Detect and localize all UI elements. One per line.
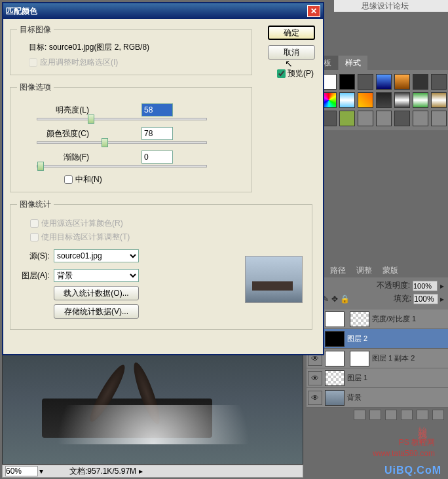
layer-mask-icon[interactable] bbox=[385, 410, 397, 420]
style-swatch[interactable] bbox=[339, 74, 355, 90]
source-select[interactable]: source01.jpg bbox=[54, 249, 139, 262]
visibility-icon[interactable]: 👁 bbox=[308, 391, 322, 405]
link-layers-icon[interactable] bbox=[354, 410, 365, 420]
layer-list: 👁 亮度/对比度 1 👁 图层 2 👁 图层 1 副本 2 👁 图层 1 👁 背… bbox=[307, 310, 448, 408]
layer-row[interactable]: 👁 背景 bbox=[307, 388, 448, 408]
tab-masks[interactable]: 蒙版 bbox=[377, 263, 403, 277]
save-stats-button[interactable]: 存储统计数据(V)... bbox=[54, 304, 139, 319]
layer-thumb[interactable] bbox=[325, 370, 345, 386]
layer-name: 图层 2 bbox=[347, 334, 367, 344]
intensity-input[interactable] bbox=[141, 127, 173, 140]
style-swatch[interactable] bbox=[431, 74, 447, 90]
style-swatch[interactable] bbox=[394, 111, 410, 126]
style-swatch[interactable] bbox=[413, 74, 428, 90]
ignore-selection-checkbox bbox=[29, 58, 37, 67]
style-swatch[interactable] bbox=[339, 92, 355, 108]
header-bar: 思缘设计论坛 bbox=[334, 0, 448, 12]
luminance-input[interactable] bbox=[141, 103, 173, 116]
styles-swatch-panel bbox=[317, 70, 448, 130]
layers-tabs: 道 路径 调整 蒙版 bbox=[307, 263, 448, 277]
source-preview-thumb bbox=[245, 256, 303, 303]
style-swatch[interactable] bbox=[413, 92, 428, 108]
style-swatch[interactable] bbox=[339, 111, 355, 126]
layer-thumb[interactable] bbox=[325, 351, 345, 366]
fill-input[interactable] bbox=[413, 294, 438, 304]
image-options-group: 图像选项 明亮度(L) 颜色强度(C) 渐隐(F) 中和(N) bbox=[10, 82, 252, 192]
close-icon[interactable]: ✕ bbox=[307, 5, 320, 17]
canvas-splash bbox=[22, 405, 284, 444]
visibility-icon[interactable]: 👁 bbox=[308, 371, 322, 385]
neutralize-checkbox[interactable] bbox=[64, 175, 73, 184]
use-source-sel-checkbox bbox=[30, 219, 39, 228]
watermark-site: PS 教程网 www.tata580.com bbox=[373, 437, 435, 459]
fade-label: 渐隐(F) bbox=[17, 152, 89, 163]
layer-thumb[interactable] bbox=[325, 331, 345, 347]
cancel-button[interactable]: 取消 bbox=[268, 45, 315, 60]
target-label: 目标: bbox=[29, 43, 47, 52]
opacity-label: 不透明度: bbox=[377, 280, 410, 291]
options-legend: 图像选项 bbox=[17, 82, 54, 93]
layer-row[interactable]: 👁 图层 2 bbox=[307, 329, 448, 349]
style-swatch[interactable] bbox=[358, 111, 373, 126]
watermark-brand: UiBQ.CoM bbox=[384, 465, 441, 476]
use-source-sel-label: 使用源选区计算颜色(R) bbox=[41, 218, 123, 229]
style-swatch[interactable] bbox=[358, 74, 373, 90]
style-swatch[interactable] bbox=[376, 111, 392, 126]
fade-input[interactable] bbox=[141, 151, 173, 164]
status-bar: ▾ 文档: 957.1K/5.97M ▸ bbox=[2, 465, 303, 478]
layer-thumb[interactable] bbox=[325, 311, 345, 327]
style-swatch[interactable] bbox=[358, 92, 373, 108]
layer-row[interactable]: 👁 亮度/对比度 1 bbox=[307, 310, 448, 329]
opacity-input[interactable] bbox=[413, 281, 438, 291]
titlebar[interactable]: 匹配颜色 ✕ bbox=[3, 3, 323, 19]
luminance-slider[interactable] bbox=[37, 118, 207, 120]
style-swatch[interactable] bbox=[431, 111, 447, 126]
intensity-slider[interactable] bbox=[37, 141, 207, 144]
new-group-icon[interactable] bbox=[401, 410, 413, 420]
dialog-title: 匹配颜色 bbox=[6, 6, 307, 17]
style-swatch[interactable] bbox=[431, 92, 447, 108]
layer-thumb[interactable] bbox=[325, 390, 345, 406]
use-target-sel-label: 使用目标选区计算调整(T) bbox=[41, 232, 130, 243]
doc-flyout-icon[interactable]: ▸ bbox=[139, 467, 143, 476]
styles-panel-area: 板 样式 bbox=[317, 56, 448, 130]
delete-layer-icon[interactable] bbox=[432, 410, 444, 420]
fill-flyout-icon[interactable]: ▸ bbox=[440, 294, 444, 304]
tab-adjust[interactable]: 调整 bbox=[351, 263, 377, 277]
ok-button[interactable]: 确定 bbox=[268, 26, 315, 40]
style-swatch[interactable] bbox=[376, 92, 392, 108]
watermark-vertical: 始 我 释 你 bbox=[417, 419, 428, 427]
opacity-flyout-icon[interactable]: ▸ bbox=[440, 281, 444, 291]
fade-slider[interactable] bbox=[37, 165, 207, 168]
tab-paths[interactable]: 路径 bbox=[325, 263, 351, 277]
style-swatch[interactable] bbox=[413, 111, 428, 126]
layer-label: 图层(A): bbox=[17, 270, 50, 281]
luminance-label: 明亮度(L) bbox=[17, 105, 89, 116]
cursor-icon: ↖ bbox=[285, 58, 293, 69]
canvas[interactable] bbox=[2, 353, 303, 465]
tab-styles[interactable]: 样式 bbox=[339, 56, 367, 70]
layer-fx-icon[interactable] bbox=[369, 410, 381, 420]
fill-label: 填充: bbox=[394, 293, 411, 304]
target-image-group: 目标图像 目标: source01.jpg(图层 2, RGB/8) 应用调整时… bbox=[10, 24, 252, 75]
source-label: 源(S): bbox=[17, 251, 50, 262]
layer-name: 图层 1 副本 2 bbox=[372, 353, 415, 363]
mask-thumb[interactable] bbox=[350, 351, 369, 366]
preview-checkbox[interactable] bbox=[277, 69, 286, 78]
layer-select[interactable]: 背景 bbox=[54, 269, 139, 282]
load-stats-button[interactable]: 载入统计数据(O)... bbox=[54, 286, 139, 300]
target-legend: 目标图像 bbox=[17, 24, 54, 35]
style-swatch[interactable] bbox=[394, 92, 410, 108]
site-name: 思缘设计论坛 bbox=[362, 1, 409, 10]
target-value: source01.jpg(图层 2, RGB/8) bbox=[49, 43, 149, 52]
layer-row[interactable]: 👁 图层 1 bbox=[307, 368, 448, 388]
mask-thumb[interactable] bbox=[350, 311, 369, 327]
ignore-selection-label: 应用调整时忽略选区(I) bbox=[40, 57, 118, 68]
style-swatch[interactable] bbox=[394, 74, 410, 90]
zoom-dropdown-icon[interactable]: ▾ bbox=[39, 467, 43, 476]
style-swatch[interactable] bbox=[376, 74, 392, 90]
preview-label: 预览(P) bbox=[288, 68, 314, 79]
layer-options: 不透明度: ▸ 🔒 ✎ ✥ 🔒 填充: ▸ bbox=[307, 277, 448, 310]
zoom-input[interactable] bbox=[5, 466, 38, 476]
layer-row[interactable]: 👁 图层 1 副本 2 bbox=[307, 349, 448, 368]
